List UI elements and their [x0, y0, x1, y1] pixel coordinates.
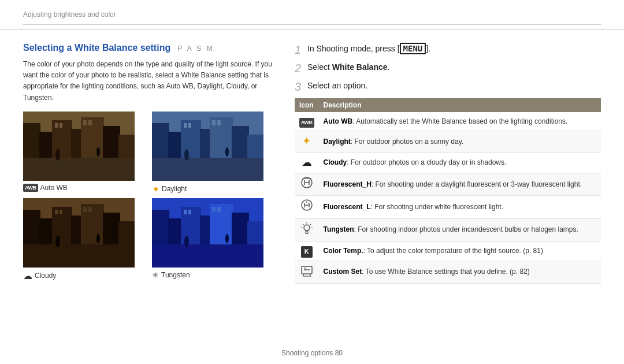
svg-rect-41: [55, 210, 58, 214]
pasm-label: P A S M: [177, 44, 214, 53]
svg-rect-23: [152, 158, 263, 181]
svg-rect-5: [81, 117, 104, 181]
desc-cell-awb: Auto WB: Automatically set the White Bal…: [319, 112, 601, 131]
step-2: 2 Select White Balance.: [295, 61, 601, 75]
desc-cell-custom: Custom Set: To use White Balance setting…: [319, 261, 601, 283]
photo-autowb: [23, 112, 135, 181]
svg-rect-1: [23, 123, 40, 181]
table-row: ☁ Cloudy: For outdoor photos on a cloudy…: [295, 152, 601, 173]
svg-rect-50: [210, 204, 233, 268]
svg-rect-58: [212, 207, 216, 212]
svg-rect-36: [103, 213, 120, 268]
table-row: AWB Auto WB: Automatically set the White…: [295, 112, 601, 131]
photo-item-daylight: ✦ Daylight: [152, 112, 277, 195]
svg-point-9: [55, 149, 60, 161]
svg-rect-38: [23, 244, 135, 268]
svg-rect-14: [88, 120, 92, 125]
breadcrumb: Adjusting brightness and color: [0, 0, 624, 30]
icon-cell-fluor-h: [295, 173, 319, 195]
photo-tungsten: [152, 198, 263, 268]
svg-point-55: [225, 234, 229, 243]
svg-rect-15: [152, 112, 263, 181]
icon-cell-daylight: ✦: [295, 131, 319, 152]
table-row: K Color Temp.: To adjust the color tempe…: [295, 241, 601, 261]
caption-daylight: ✦ Daylight: [152, 184, 277, 195]
step-text-1: In Shooting mode, press [MENU].: [307, 43, 430, 55]
desc-cell-fluor-h: Fluorescent_H: For shooting under a dayl…: [319, 173, 601, 195]
caption-tungsten: ✳ Tungsten: [152, 270, 277, 280]
svg-rect-26: [184, 123, 187, 128]
svg-point-25: [225, 147, 229, 157]
caption-text-tungsten: Tungsten: [161, 271, 190, 279]
caption-text-daylight: Daylight: [162, 185, 187, 193]
cloudy-icon: ☁: [23, 270, 32, 281]
desc-cell-cloudy: Cloudy: For outdoor photos on a cloudy d…: [319, 152, 601, 173]
svg-rect-32: [39, 218, 54, 268]
photo-cloudy: [23, 198, 135, 268]
desc-cell-tungsten: Tungsten: For shooting indoor photos und…: [319, 218, 601, 241]
step-3: 3 Select an option.: [295, 80, 601, 94]
caption-autowb: AWB Auto WB: [23, 184, 148, 192]
svg-rect-56: [184, 210, 187, 214]
section-title-row: Selecting a White Balance setting P A S …: [23, 43, 277, 53]
footer-text: Shooting options 80: [281, 349, 343, 357]
svg-rect-47: [168, 218, 183, 268]
svg-rect-57: [188, 210, 191, 214]
content-area: Selecting a White Balance setting P A S …: [0, 30, 624, 289]
svg-point-10: [96, 147, 100, 157]
svg-rect-45: [152, 198, 263, 268]
svg-point-54: [184, 236, 189, 247]
svg-rect-52: [247, 221, 263, 268]
svg-rect-29: [217, 120, 221, 125]
svg-point-24: [184, 149, 189, 161]
icon-cell-colortemp: K: [295, 241, 319, 261]
table-header-row: Icon Description: [295, 98, 601, 112]
svg-point-40: [96, 234, 100, 243]
svg-rect-31: [23, 210, 40, 268]
icon-fluor-l: [300, 199, 313, 211]
step-num-1: 1: [295, 43, 304, 57]
caption-cloudy: ☁ Cloudy: [23, 270, 148, 281]
svg-rect-28: [212, 120, 216, 125]
caption-text-autowb: Auto WB: [40, 184, 68, 192]
svg-rect-19: [200, 129, 211, 181]
icon-colortemp: K: [301, 246, 313, 258]
step-num-3: 3: [295, 80, 304, 94]
svg-point-39: [55, 236, 60, 247]
svg-line-78: [310, 224, 311, 225]
svg-rect-0: [23, 112, 135, 181]
right-column: 1 In Shooting mode, press [MENU]. 2 Sele…: [295, 43, 601, 284]
svg-rect-27: [188, 123, 191, 128]
icon-cell-custom: [295, 261, 319, 283]
icon-daylight: ✦: [302, 135, 311, 147]
svg-rect-53: [152, 244, 263, 268]
svg-rect-42: [60, 210, 62, 214]
page-footer: Shooting options 80: [0, 349, 624, 357]
svg-rect-44: [88, 207, 92, 212]
desc-cell-colortemp: Color Temp.: To adjust the color tempera…: [319, 241, 601, 261]
step-text-2: Select White Balance.: [307, 61, 389, 73]
section-title: Selecting a White Balance setting: [23, 43, 170, 53]
svg-rect-34: [71, 216, 83, 268]
desc-cell-fluor-l: Fluorescent_L: For shooting under white …: [319, 196, 601, 218]
table-row: Fluorescent_L: For shooting under white …: [295, 196, 601, 218]
svg-rect-7: [118, 135, 135, 181]
step-num-2: 2: [295, 61, 304, 75]
page-container: Adjusting brightness and color Selecting…: [0, 0, 624, 364]
svg-rect-59: [217, 207, 221, 212]
svg-rect-33: [52, 207, 72, 268]
svg-rect-37: [118, 221, 135, 268]
col-icon-header: Icon: [295, 98, 319, 112]
photo-item-cloudy: ☁ Cloudy: [23, 198, 148, 281]
icon-cell-cloudy: ☁: [295, 152, 319, 173]
svg-point-72: [304, 225, 310, 231]
svg-rect-30: [23, 198, 135, 268]
svg-rect-21: [232, 126, 249, 181]
desc-cell-daylight: Daylight: For outdoor photos on a sunny …: [319, 131, 601, 152]
step-text-3: Select an option.: [307, 80, 367, 92]
breadcrumb-text: Adjusting brightness and color: [23, 10, 116, 18]
photo-daylight: [152, 112, 263, 181]
icon-cell-fluor-l: [295, 196, 319, 218]
table-row: ✦ Daylight: For outdoor photos on a sunn…: [295, 131, 601, 152]
tungsten-icon: ✳: [152, 270, 159, 280]
